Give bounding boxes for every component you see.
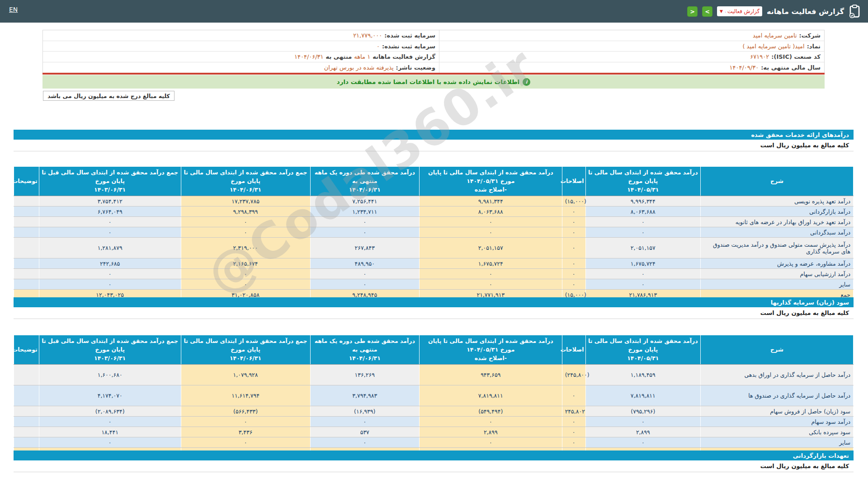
info-label: نماد:: [807, 43, 821, 50]
column-header: جمع درآمد محقق شده از ابتدای سال مالی قب…: [39, 167, 181, 196]
value-cell: ۷,۸۱۹,۸۱۱: [585, 385, 700, 406]
value-cell: ۸,۰۶۳,۶۸۸: [419, 206, 562, 217]
section-title-realized-services-income: درآمدهای ارائه خدمات محقق شده: [14, 130, 854, 140]
value-cell: ۰: [181, 279, 310, 290]
nav-next-report-button[interactable]: <: [687, 6, 698, 17]
row-label: درآمد مشاوره، عرضه و پذیرش: [701, 258, 854, 269]
table-row: درآمد ارزشیابی سهام۰۰۰۰۰۰: [14, 269, 854, 279]
report-type-dropdown[interactable]: گزارش فعالیت م ▼: [717, 6, 762, 16]
column-header: شرح: [701, 167, 854, 196]
value-cell: ۰: [562, 206, 585, 217]
row-label: درآمد ارزشیابی سهام: [701, 269, 854, 279]
column-header: جمع درآمد محقق شده از ابتدای سال مالی تا…: [181, 167, 310, 196]
value-cell: ۰: [562, 279, 585, 290]
row-label: سود (زیان) حاصل از فروش سهام: [701, 406, 854, 417]
info-value: امید( تامین سرمایه امید ): [742, 43, 804, 50]
value-cell: ۱,۲۳۴,۷۱۱: [310, 206, 419, 217]
section-unit-note: کلیه مبالغ به میلیون ریال است: [14, 460, 854, 472]
column-header: اصلاحات: [562, 335, 585, 365]
value-cell: ۰: [310, 217, 419, 227]
value-cell: ۰: [562, 258, 585, 269]
value-cell: ۱۳۶,۲۶۹: [310, 365, 419, 385]
section-title-market-making-commitments: تعهدات بازارگردانی: [14, 450, 854, 460]
section-title-investment-profit-loss: سود (زیان) سرمایه گذاریها: [14, 297, 854, 307]
column-header: درآمد محقق شده از ابتدای سال مالی تا پای…: [585, 167, 700, 196]
row-label: درآمد تعهد خرید اوراق بهادار در عرضه های…: [701, 217, 854, 227]
info-value: ۰: [377, 43, 380, 50]
value-cell: ۰: [39, 279, 181, 290]
table-row: درآمد سبدگردانی۰۰۰۰۰۰: [14, 227, 854, 238]
value-cell: ۰: [585, 269, 700, 279]
value-cell: ۰: [419, 217, 562, 227]
company-info-table: شرکت:تامین سرمایه امیدسرمایه ثبت شده:۲۱,…: [42, 30, 825, 74]
language-toggle-en[interactable]: EN: [9, 6, 18, 13]
info-label: کد صنعت (ISIC):: [771, 53, 821, 60]
info-label: گزارش فعالیت ماهانه: [373, 53, 435, 60]
table-row: درآمد حاصل از سرمایه گذاری در صندوق ها۷,…: [14, 385, 854, 406]
nav-previous-report-button[interactable]: >: [702, 6, 712, 17]
info-cell: نماد:امید( تامین سرمایه امید ): [439, 41, 824, 52]
value-cell: ۰: [181, 217, 310, 227]
info-cell: کد صنعت (ISIC):۶۷۱۹۰۲: [439, 52, 824, 62]
section-unit-note: کلیه مبالغ به میلیون ریال است: [14, 307, 854, 319]
value-cell: ۹,۹۹۶,۳۴۴: [585, 196, 700, 206]
notes-cell: [14, 279, 39, 290]
value-cell: ۲,۰۵۱,۱۵۷: [585, 238, 700, 258]
investment-profit-loss-table: شرحدرآمد محقق شده از ابتدای سال مالی تا …: [14, 335, 854, 458]
table-row: سایر۰۰۰۰۰۰: [14, 279, 854, 290]
value-cell: ۰: [39, 417, 181, 427]
value-cell: ۲,۸۹۹: [585, 427, 700, 437]
value-cell: (۵۶۶,۴۳۳): [181, 406, 310, 417]
value-cell: ۰: [181, 417, 310, 427]
info-label: وضعیت ناشر:: [396, 64, 435, 71]
value-cell: ۰: [419, 227, 562, 238]
table-row: سود (زیان) حاصل از فروش سهام(۷۹۵,۲۹۶)۲۴۵…: [14, 406, 854, 417]
table-row: درآمد پذیرش سمت متولی صندوق و درآمد مدیر…: [14, 238, 854, 258]
notes-cell: [14, 437, 39, 448]
row-label: درآمد بازارگردانی: [701, 206, 854, 217]
value-cell: ۳,۴۳۶: [181, 427, 310, 437]
report-type-dropdown-value: گزارش فعالیت م: [725, 8, 760, 14]
value-cell: ۰: [39, 437, 181, 448]
column-header: جمع درآمد محقق شده از ابتدای سال مالی تا…: [181, 335, 310, 365]
column-header: اصلاحات: [562, 167, 585, 196]
info-cell: وضعیت ناشر:پذیرفته شده در بورس تهران: [43, 62, 439, 73]
table-row: درآمد تعهد خرید اوراق بهادار در عرضه های…: [14, 217, 854, 227]
value-cell: ۵۳۷: [310, 427, 419, 437]
value-cell: ۹,۲۹۸,۳۹۹: [181, 206, 310, 217]
value-cell: ۰: [585, 437, 700, 448]
info-row: نماد:امید( تامین سرمایه امید )سرمایه ثبت…: [43, 41, 824, 52]
value-cell: ۰: [585, 227, 700, 238]
signature-match-text: اطلاعات نمایش داده شده با اطلاعات امضا ش…: [337, 78, 520, 85]
column-header: درآمد محقق شده طی دوره یک ماهه منتهی به۱…: [310, 335, 419, 365]
value-cell: ۰: [310, 437, 419, 448]
info-value: ۲۱,۷۷۹,۰۰۰: [353, 32, 382, 39]
notes-cell: [14, 258, 39, 269]
value-cell: ۱۷,۲۳۷,۷۸۵: [181, 196, 310, 206]
value-cell: ۰: [562, 417, 585, 427]
value-cell: ۰: [310, 227, 419, 238]
info-cell: سرمایه ثبت شده:۲۱,۷۷۹,۰۰۰: [43, 30, 439, 41]
notes-cell: [14, 206, 39, 217]
row-label: درآمد تعهد پذیره نویسی: [701, 196, 854, 206]
row-label: درآمد پذیرش سمت متولی صندوق و درآمد مدیر…: [701, 238, 854, 258]
value-cell: ۱۱,۶۱۴,۷۹۴: [181, 385, 310, 406]
notes-cell: [14, 227, 39, 238]
value-cell: ۰: [419, 437, 562, 448]
notes-cell: [14, 427, 39, 437]
info-row: کد صنعت (ISIC):۶۷۱۹۰۲گزارش فعالیت ماهانه…: [43, 52, 824, 62]
value-cell: (۱۵,۰۰۰): [562, 196, 585, 206]
info-value: ۶۷۱۹۰۲: [750, 53, 769, 60]
info-cell: سال مالی منتهی به:۱۴۰۴/۰۹/۳۰: [439, 62, 824, 73]
value-cell: ۹۴۳,۶۵۹: [419, 365, 562, 385]
row-label: درآمد سبدگردانی: [701, 227, 854, 238]
value-cell: ۰: [585, 417, 700, 427]
value-cell: ۱,۰۷۹,۹۲۸: [181, 365, 310, 385]
value-cell: ۰: [310, 417, 419, 427]
row-label: درآمد حاصل از سرمایه گذاری در اوراق بدهی: [701, 365, 854, 385]
column-header: درآمد محقق شده طی دوره یک ماهه منتهی به۱…: [310, 167, 419, 196]
value-cell: ۰: [310, 269, 419, 279]
value-cell: ۰: [562, 437, 585, 448]
info-cell: شرکت:تامین سرمایه امید: [439, 30, 824, 41]
value-cell: ۱,۲۸۱,۸۷۹: [39, 238, 181, 258]
